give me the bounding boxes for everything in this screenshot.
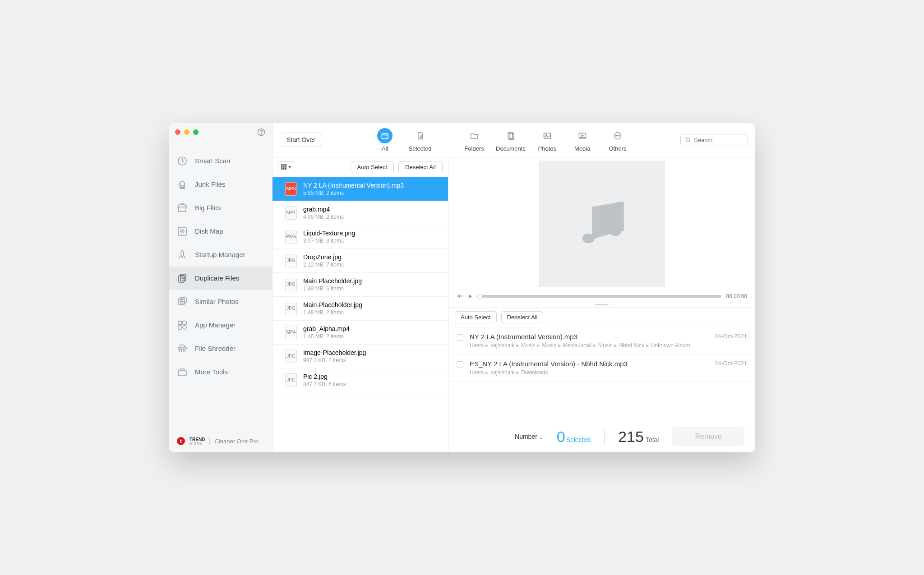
brand-bar: t TREND MICRO Cleaner One Pro bbox=[169, 430, 272, 452]
svg-line-33 bbox=[689, 141, 690, 142]
file-group-row[interactable]: JPGDropZone.jpg2.12 MB, 7 items bbox=[273, 249, 448, 273]
file-group-row[interactable]: MP3NY 2 LA (Instrumental Version).mp35.8… bbox=[273, 177, 448, 201]
sidebar-item-label: File Shredder bbox=[195, 345, 236, 352]
duplicate-items-list: NY 2 LA (Instrumental Version).mp3Users … bbox=[448, 327, 755, 421]
tab-label: Others bbox=[609, 145, 626, 152]
sidebar-item-disk-map[interactable]: Disk Map bbox=[169, 220, 272, 243]
support-icon[interactable] bbox=[257, 128, 266, 137]
file-name: Image-Placeholder.jpg bbox=[303, 349, 366, 356]
maximize-window-button[interactable] bbox=[193, 129, 199, 135]
sidebar-item-startup-manager[interactable]: Startup Manager bbox=[169, 243, 272, 267]
select-checkbox[interactable] bbox=[457, 361, 463, 368]
tab-label: Photos bbox=[538, 145, 556, 152]
file-name: NY 2 LA (Instrumental Version).mp3 bbox=[303, 182, 404, 189]
folders-tab-icon bbox=[467, 128, 482, 143]
svg-rect-35 bbox=[283, 164, 284, 166]
media-tab-icon bbox=[575, 128, 590, 143]
file-group-row[interactable]: MP4grab.mp44.90 MB, 2 items bbox=[273, 201, 448, 225]
tab-documents[interactable]: Documents bbox=[496, 128, 526, 152]
player-seek-track[interactable] bbox=[477, 295, 721, 298]
tab-folders[interactable]: Folders bbox=[461, 128, 488, 152]
file-group-row[interactable]: JPGMain Placeholder.jpg1.49 MB, 6 items bbox=[273, 273, 448, 297]
file-list: MP3NY 2 LA (Instrumental Version).mp35.8… bbox=[273, 177, 448, 452]
sidebar-item-file-shredder[interactable]: File Shredder bbox=[169, 337, 272, 360]
audio-player: 00:00:00 bbox=[448, 290, 755, 302]
file-group-row[interactable]: JPGMain-Placeholder.jpg1.48 MB, 2 items bbox=[273, 297, 448, 321]
player-thumb[interactable] bbox=[477, 294, 483, 299]
file-meta: 5.85 MB, 2 items bbox=[303, 190, 404, 196]
detail-panel: 00:00:00 Auto Select Deselect All NY 2 L… bbox=[448, 157, 755, 452]
chevron-right-icon: ▶ bbox=[614, 343, 617, 348]
svg-rect-17 bbox=[178, 347, 186, 349]
file-type-icon: MP4 bbox=[285, 326, 297, 339]
dup-deselect-all-button[interactable]: Deselect All bbox=[501, 311, 544, 323]
svg-rect-36 bbox=[285, 164, 286, 166]
main-area: Start Over AllSelectedFoldersDocumentsPh… bbox=[273, 123, 755, 452]
svg-point-32 bbox=[686, 138, 690, 141]
file-meta: 1.48 MB, 2 items bbox=[303, 309, 362, 316]
path-segment: Music bbox=[598, 342, 612, 349]
auto-select-button[interactable]: Auto Select bbox=[351, 161, 394, 173]
chevron-down-icon: ⌄ bbox=[539, 434, 543, 440]
sidebar-item-app-manager[interactable]: App Manager bbox=[169, 313, 272, 337]
divider bbox=[604, 428, 605, 445]
all-tab-icon bbox=[377, 128, 393, 143]
duplicate-files-icon bbox=[177, 273, 188, 284]
sidebar-item-duplicate-files[interactable]: Duplicate Files bbox=[169, 267, 272, 290]
tab-label: Media bbox=[574, 145, 590, 152]
file-group-row[interactable]: MP4grab_Alpha.mp41.46 MB, 2 items bbox=[273, 321, 448, 345]
panel-resize-grip[interactable] bbox=[448, 302, 755, 307]
start-over-button[interactable]: Start Over bbox=[280, 133, 322, 147]
search-input[interactable] bbox=[694, 137, 743, 143]
tab-photos[interactable]: Photos bbox=[534, 128, 561, 152]
sidebar-item-smart-scan[interactable]: Smart Scan bbox=[169, 149, 272, 173]
deselect-all-button[interactable]: Deselect All bbox=[398, 161, 443, 173]
sidebar-item-label: Disk Map bbox=[195, 227, 223, 235]
duplicate-groups-panel: ▾ Auto Select Deselect All MP3NY 2 LA (I… bbox=[273, 157, 448, 452]
total-count: 215Total bbox=[618, 428, 659, 446]
select-checkbox[interactable] bbox=[457, 334, 463, 341]
file-shredder-icon bbox=[177, 343, 188, 354]
sidebar-item-more-tools[interactable]: More Tools bbox=[169, 360, 272, 384]
minimize-window-button[interactable] bbox=[184, 129, 189, 135]
music-note-icon bbox=[573, 194, 631, 253]
file-group-row[interactable]: PNGLiquid-Texture.png3.97 MB, 3 items bbox=[273, 225, 448, 249]
others-tab-icon bbox=[610, 128, 625, 143]
file-group-row[interactable]: JPGPic 2.jpg847.7 KB, 6 items bbox=[273, 368, 448, 392]
preview-placeholder bbox=[539, 161, 665, 287]
chevron-right-icon: ▶ bbox=[593, 343, 596, 348]
tab-others[interactable]: Others bbox=[604, 128, 631, 152]
mute-icon[interactable] bbox=[457, 293, 463, 299]
file-type-icon: JPG bbox=[285, 254, 297, 267]
footer-bar: Number ⌄ 0Selected 215Total Remove bbox=[448, 421, 755, 452]
play-icon[interactable] bbox=[467, 294, 473, 299]
sidebar-item-label: Smart Scan bbox=[195, 157, 230, 165]
trend-micro-logo-icon: t bbox=[177, 437, 185, 445]
selected-count: 0Selected bbox=[557, 428, 591, 446]
tab-all[interactable]: All bbox=[371, 128, 398, 152]
duplicate-item-row: ES_NY 2 LA (Instrumental Version) - Nbhd… bbox=[448, 354, 755, 382]
view-mode-toggle[interactable]: ▾ bbox=[278, 161, 294, 172]
sidebar-item-label: Duplicate Files bbox=[195, 274, 239, 282]
svg-rect-40 bbox=[281, 168, 282, 170]
tab-selected[interactable]: Selected bbox=[407, 128, 434, 152]
similar-photos-icon bbox=[177, 296, 188, 307]
top-toolbar: Start Over AllSelectedFoldersDocumentsPh… bbox=[273, 123, 755, 157]
duplicate-file-name: NY 2 LA (Instrumental Version).mp3 bbox=[470, 333, 708, 340]
dup-auto-select-button[interactable]: Auto Select bbox=[455, 311, 497, 323]
close-window-button[interactable] bbox=[175, 129, 180, 135]
big-files-icon bbox=[177, 202, 188, 213]
startup-icon bbox=[177, 249, 188, 260]
file-group-row[interactable]: JPGImage-Placeholder.jpg987.3 KB, 2 item… bbox=[273, 345, 448, 368]
content-area: ▾ Auto Select Deselect All MP3NY 2 LA (I… bbox=[273, 157, 755, 452]
sidebar-item-junk-files[interactable]: Junk Files bbox=[169, 173, 272, 196]
remove-button[interactable]: Remove bbox=[672, 427, 744, 446]
tab-media[interactable]: Media bbox=[569, 128, 596, 152]
sidebar-item-similar-photos[interactable]: Similar Photos bbox=[169, 290, 272, 313]
sidebar-item-big-files[interactable]: Big Files bbox=[169, 196, 272, 220]
search-field[interactable] bbox=[680, 134, 748, 146]
svg-point-12 bbox=[181, 299, 183, 300]
photos-tab-icon bbox=[540, 128, 555, 143]
sidebar-item-label: Big Files bbox=[195, 204, 221, 212]
sort-dropdown[interactable]: Number ⌄ bbox=[515, 433, 543, 440]
